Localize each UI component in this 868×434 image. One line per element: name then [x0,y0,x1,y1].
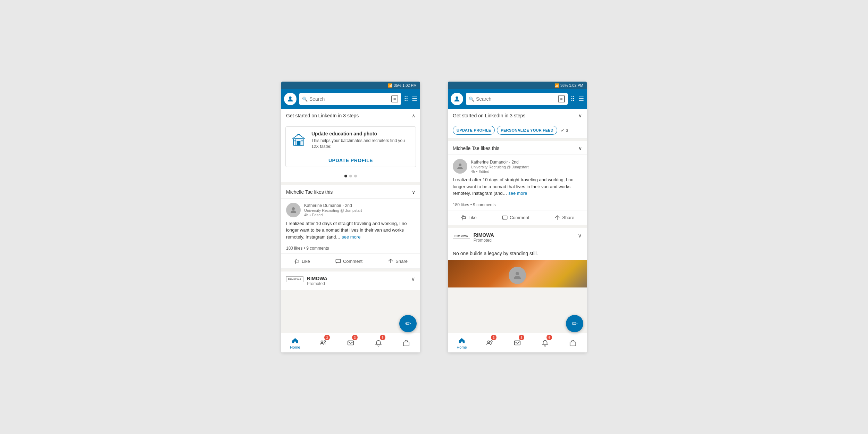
notif-badge-left: 8 [380,335,385,340]
right-phone: 📶 36% 1:02 PM 🔍 ▦ ⠿ ☰ [448,82,587,352]
step-check: ✓ 3 [561,128,568,133]
update-profile-btn-left[interactable]: UPDATE PROFILE [286,154,416,167]
rimowa-logo-left: RIMOWA [286,276,303,282]
svg-point-14 [459,164,461,166]
left-phone: 📶 35% 1:02 PM 🔍 ▦ ⠿ ☰ [281,82,420,352]
author-info-right: Katherine Dumanoir · 2nd University Recr… [471,159,528,174]
home-label-left: Home [290,345,300,349]
navbar-right: 🔍 ▦ ⠿ ☰ [448,89,587,109]
rimowa-name-right: RIMOWA [474,232,494,238]
qr-icon-left[interactable]: ▦ [391,95,398,102]
get-started-chevron-right[interactable]: ∨ [578,113,582,118]
status-icons-left: 📶 35% 1:02 PM [388,83,417,88]
battery-text-right: 36% [560,83,568,87]
status-icons-right: 📶 36% 1:02 PM [554,83,583,88]
signal-icon: 📶 [388,83,393,88]
messages-badge-left: 2 [352,335,358,340]
bottom-nav-left: Home 2 2 8 [281,333,420,352]
edu-title: Update education and photo [311,131,411,136]
network-nav-right[interactable]: 2 [476,333,503,352]
dot-1 [344,175,347,177]
author-name-right: Katherine Dumanoir · 2nd [471,159,528,165]
grid-icon-right[interactable]: ⠿ [570,95,575,103]
feed-card-right: Michelle Tse likes this ∨ Katherine Duma… [448,141,587,225]
rimowa-chevron-left[interactable]: ∨ [411,276,415,282]
grid-icon-left[interactable]: ⠿ [404,95,408,103]
nav-icons-left: ⠿ ☰ [404,95,417,103]
content-right: Get started on LinkedIn in 3 steps ∨ UPD… [448,109,587,333]
dot-3 [354,175,357,177]
home-nav-right[interactable]: Home [448,333,476,352]
see-more-left[interactable]: see more [342,234,360,240]
get-started-card-right: Get started on LinkedIn in 3 steps ∨ UPD… [448,109,587,139]
profile-avatar-right[interactable] [451,93,463,105]
get-started-title-left: Get started on LinkedIn in 3 steps [286,113,359,118]
rimowa-info-right: RIMOWA RIMOWA Promoted [453,232,494,243]
fab-left[interactable]: ✏ [399,315,417,332]
like-btn-right[interactable]: Like [456,212,481,224]
time-left: 1:02 PM [402,83,417,87]
share-btn-right[interactable]: Share [550,212,578,224]
notifications-nav-left[interactable]: 8 [365,333,392,352]
notif-badge-right: 8 [546,335,552,340]
notifications-nav-right[interactable]: 8 [531,333,559,352]
personalize-tab[interactable]: PERSONALIZE YOUR FEED [497,126,557,135]
dots-left [281,171,420,182]
svg-point-16 [516,272,519,275]
feed-chevron-right[interactable]: ∨ [578,145,582,151]
rimowa-text-left: RIMOWA Promoted [307,276,327,286]
update-profile-tab[interactable]: UPDATE PROFILE [453,126,495,135]
rimowa-chevron-right[interactable]: ∨ [578,232,582,239]
share-btn-left[interactable]: Share [383,255,412,267]
get-started-header-right: Get started on LinkedIn in 3 steps ∨ [448,109,587,122]
author-name-left: Katherine Dumanoir · 2nd [304,203,362,208]
search-bar-left[interactable]: 🔍 ▦ [299,93,401,105]
network-badge-right: 2 [491,335,496,340]
svg-point-18 [491,341,492,342]
get-started-chevron-left[interactable]: ∧ [412,113,415,118]
menu-icon-right[interactable]: ☰ [578,95,584,103]
messages-nav-left[interactable]: 2 [337,333,365,352]
feed-card-left: Michelle Tse likes this ∨ Katherine Duma… [281,185,420,269]
battery-text: 35% [394,83,401,87]
messages-nav-right[interactable]: 2 [503,333,531,352]
comment-btn-right[interactable]: Comment [498,212,533,224]
svg-rect-3 [297,141,301,145]
comment-btn-left[interactable]: Comment [331,255,367,267]
get-started-title-right: Get started on LinkedIn in 3 steps [453,113,525,118]
svg-rect-19 [515,341,520,345]
svg-rect-20 [570,342,576,346]
feed-header-right: Michelle Tse likes this ∨ [448,141,587,155]
feed-chevron-left[interactable]: ∨ [412,189,415,195]
messages-badge-right: 2 [519,335,524,340]
profile-avatar-left[interactable] [284,93,297,105]
rimowa-card-left: RIMOWA RIMOWA Promoted ∨ [281,272,420,290]
step-tabs-right: UPDATE PROFILE PERSONALIZE YOUR FEED ✓ 3 [448,122,587,139]
search-input-left[interactable] [309,96,390,102]
person-silhouette [509,267,526,284]
svg-point-17 [488,341,490,343]
rimowa-card-right: RIMOWA RIMOWA Promoted ∨ No one builds a… [448,228,587,287]
post-author-right: Katherine Dumanoir · 2nd University Recr… [448,155,587,176]
post-actions-left: Like Comment Share [281,254,420,269]
rimowa-status-right: Promoted [474,238,494,243]
search-bar-right[interactable]: 🔍 ▦ [466,93,568,105]
edu-text-left: Update education and photo This helps yo… [311,131,411,150]
svg-rect-12 [403,342,409,346]
qr-icon-right[interactable]: ▦ [558,95,565,102]
home-label-right: Home [457,345,467,349]
svg-point-0 [289,97,291,99]
see-more-right[interactable]: see more [508,191,527,196]
author-time-left: 4h • Edited [304,213,362,217]
jobs-nav-left[interactable] [392,333,420,352]
network-badge-left: 2 [324,335,330,340]
menu-icon-left[interactable]: ☰ [412,95,417,103]
svg-point-7 [292,207,295,210]
like-btn-left[interactable]: Like [290,255,314,267]
jobs-nav-right[interactable] [559,333,587,352]
home-nav-left[interactable]: Home [281,333,309,352]
fab-right[interactable]: ✏ [566,315,583,332]
network-nav-left[interactable]: 2 [309,333,337,352]
search-input-right[interactable] [476,96,556,102]
feed-header-left: Michelle Tse likes this ∨ [281,185,420,199]
